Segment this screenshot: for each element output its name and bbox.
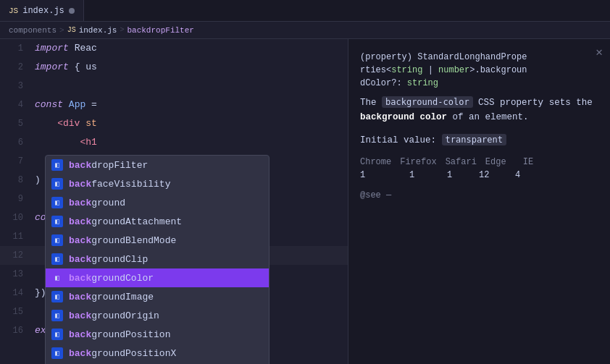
js-file-icon: JS bbox=[9, 7, 18, 15]
ac-icon-backgroundClip: ◧ bbox=[51, 253, 63, 265]
ac-icon-backgroundImage: ◧ bbox=[51, 291, 63, 302]
ac-item-backgroundPositionX[interactable]: ◧ backgroundPositionX bbox=[46, 344, 269, 363]
ac-item-backgroundPosition[interactable]: ◧ backgroundPosition bbox=[46, 325, 269, 344]
editor-pane[interactable]: 1 import Reac 2 import { us 3 4 const Ap… bbox=[0, 39, 348, 364]
ac-item-background[interactable]: ◧ background bbox=[46, 193, 269, 212]
ac-item-backgroundOrigin[interactable]: ◧ backgroundOrigin bbox=[46, 306, 269, 325]
ac-item-backgroundColor[interactable]: ◧ backgroundColor bbox=[46, 268, 269, 287]
ac-label-backgroundBlendMode: backgroundBlendMode bbox=[69, 235, 176, 246]
compat-values: 1 1 1 12 4 bbox=[360, 170, 598, 180]
ac-item-backgroundBlendMode[interactable]: ◧ backgroundBlendMode bbox=[46, 231, 269, 250]
ac-icon-backfaceVisibility: ◧ bbox=[51, 178, 63, 190]
ac-label-backgroundColor: backgroundColor bbox=[69, 273, 154, 284]
line-3: 3 bbox=[0, 77, 348, 96]
ac-item-backdropFilter[interactable]: ◧ backdropFilter bbox=[46, 156, 269, 174]
line-1: 1 import Reac bbox=[0, 39, 348, 58]
initial-value: Initial value: transparent bbox=[360, 135, 598, 145]
ac-label-backgroundAttachment: backgroundAttachment bbox=[69, 216, 182, 227]
ac-icon-backgroundBlendMode: ◧ bbox=[51, 234, 63, 246]
ac-icon-background: ◧ bbox=[51, 197, 63, 208]
line-4: 4 const App = bbox=[0, 96, 348, 114]
file-tab[interactable]: JS index.js bbox=[0, 0, 84, 21]
ac-icon-backgroundAttachment: ◧ bbox=[51, 216, 63, 227]
ac-icon-backgroundOrigin: ◧ bbox=[51, 310, 63, 321]
ac-icon-backdropFilter: ◧ bbox=[51, 159, 63, 171]
compat-table: Chrome Firefox Safari Edge IE 1 1 1 12 4 bbox=[360, 157, 598, 180]
ac-label-backgroundClip: backgroundClip bbox=[69, 254, 148, 265]
tab-bar: JS index.js bbox=[0, 0, 610, 22]
ac-item-backgroundClip[interactable]: ◧ backgroundClip bbox=[46, 250, 269, 268]
breadcrumb-js-icon: JS bbox=[67, 26, 76, 34]
close-button[interactable]: ✕ bbox=[596, 45, 603, 59]
ac-label-backgroundPosition: backgroundPosition bbox=[69, 329, 170, 340]
main-area: 1 import Reac 2 import { us 3 4 const Ap… bbox=[0, 39, 610, 364]
ac-label-backdropFilter: backdropFilter bbox=[69, 160, 148, 171]
breadcrumb-sep1: > bbox=[59, 26, 64, 35]
ac-icon-backgroundPositionX: ◧ bbox=[51, 347, 63, 359]
info-title: (property) StandardLonghandProperties<st… bbox=[360, 51, 598, 90]
breadcrumb-context[interactable]: backdropFilter bbox=[127, 26, 193, 35]
ac-label-backfaceVisibility: backfaceVisibility bbox=[69, 179, 170, 190]
ac-label-background: background bbox=[69, 198, 125, 208]
breadcrumb-file[interactable]: index.js bbox=[79, 26, 117, 35]
ac-icon-backgroundColor: ◧ bbox=[51, 272, 63, 284]
ac-label-backgroundPositionX: backgroundPositionX bbox=[69, 348, 176, 359]
tab-label: index.js bbox=[22, 6, 64, 16]
ac-item-backgroundAttachment[interactable]: ◧ backgroundAttachment bbox=[46, 212, 269, 231]
ac-icon-backgroundPosition: ◧ bbox=[51, 329, 63, 340]
ac-label-backgroundImage: backgroundImage bbox=[69, 292, 154, 302]
modified-dot bbox=[69, 8, 75, 14]
see-also: @see — bbox=[360, 190, 598, 200]
line-5: 5 <div st bbox=[0, 114, 348, 133]
line-6: 6 <h1 bbox=[0, 133, 348, 152]
breadcrumb: components > JS index.js > backdropFilte… bbox=[0, 22, 610, 39]
compat-header: Chrome Firefox Safari Edge IE bbox=[360, 157, 598, 167]
ac-label-backgroundOrigin: backgroundOrigin bbox=[69, 310, 159, 321]
info-description: The background-color CSS property sets t… bbox=[360, 96, 598, 124]
autocomplete-dropdown[interactable]: ◧ backdropFilter ◧ backfaceVisibility ◧ … bbox=[45, 155, 270, 364]
breadcrumb-components[interactable]: components bbox=[9, 26, 57, 35]
ac-item-backgroundImage[interactable]: ◧ backgroundImage bbox=[46, 287, 269, 306]
ac-item-backfaceVisibility[interactable]: ◧ backfaceVisibility bbox=[46, 174, 269, 193]
breadcrumb-sep2: > bbox=[120, 26, 124, 34]
line-2: 2 import { us bbox=[0, 58, 348, 77]
info-panel: ✕ (property) StandardLonghandProperties<… bbox=[348, 39, 610, 364]
